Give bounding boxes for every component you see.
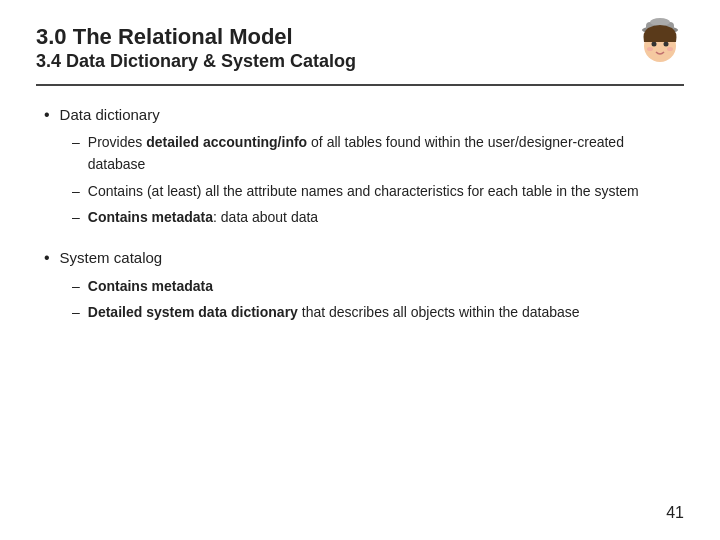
dash-dd-1: – [72,132,80,154]
slide: 3.0 The Relational Model 3.4 Data Dictio… [0,0,720,540]
sub-text-dd-1: Provides detailed accounting/info of all… [88,132,684,175]
sub-bullets-1: – Provides detailed accounting/info of a… [72,132,684,229]
sub-bullet-dd-3: – Contains metadata: data about data [72,207,684,229]
dash-sc-2: – [72,302,80,324]
bullet-main-text-2: System catalog [60,247,163,270]
sub-bullets-2: – Contains metadata – Detailed system da… [72,276,684,324]
sub-bullet-dd-1: – Provides detailed accounting/info of a… [72,132,684,175]
svg-point-5 [664,42,669,47]
bold-sc-1: Contains metadata [88,278,213,294]
sub-text-sc-2: Detailed system data dictionary that des… [88,302,580,324]
page-number: 41 [666,504,684,522]
sub-bullet-sc-2: – Detailed system data dictionary that d… [72,302,684,324]
divider [36,84,684,86]
header-section: 3.0 The Relational Model 3.4 Data Dictio… [36,24,684,74]
bullet-section-system-catalog: • System catalog – Contains metadata – D… [44,247,684,324]
bold-dd-3: Contains metadata [88,209,213,225]
bold-dd-1: detailed accounting/info [146,134,307,150]
svg-point-7 [667,47,673,51]
svg-point-2 [650,18,670,26]
sub-bullet-sc-1: – Contains metadata [72,276,684,298]
sub-text-dd-3: Contains metadata: data about data [88,207,318,229]
bullet-main-text-1: Data dictionary [60,104,160,127]
bullet-main-data-dictionary: • Data dictionary [44,104,684,127]
bullet-dot-2: • [44,247,50,269]
sub-text-dd-2: Contains (at least) all the attribute na… [88,181,639,203]
bullet-dot-1: • [44,104,50,126]
bold-sc-2: Detailed system data dictionary [88,304,298,320]
bullet-section-data-dictionary: • Data dictionary – Provides detailed ac… [44,104,684,229]
sub-bullet-dd-2: – Contains (at least) all the attribute … [72,181,684,203]
dash-dd-3: – [72,207,80,229]
svg-point-4 [652,42,657,47]
avatar [628,14,692,78]
content: • Data dictionary – Provides detailed ac… [36,104,684,324]
svg-point-6 [647,47,653,51]
dash-sc-1: – [72,276,80,298]
bullet-main-system-catalog: • System catalog [44,247,684,270]
dash-dd-2: – [72,181,80,203]
sub-text-sc-1: Contains metadata [88,276,213,298]
title-line2: 3.4 Data Dictionary & System Catalog [36,50,684,73]
title-line1: 3.0 The Relational Model [36,24,684,50]
